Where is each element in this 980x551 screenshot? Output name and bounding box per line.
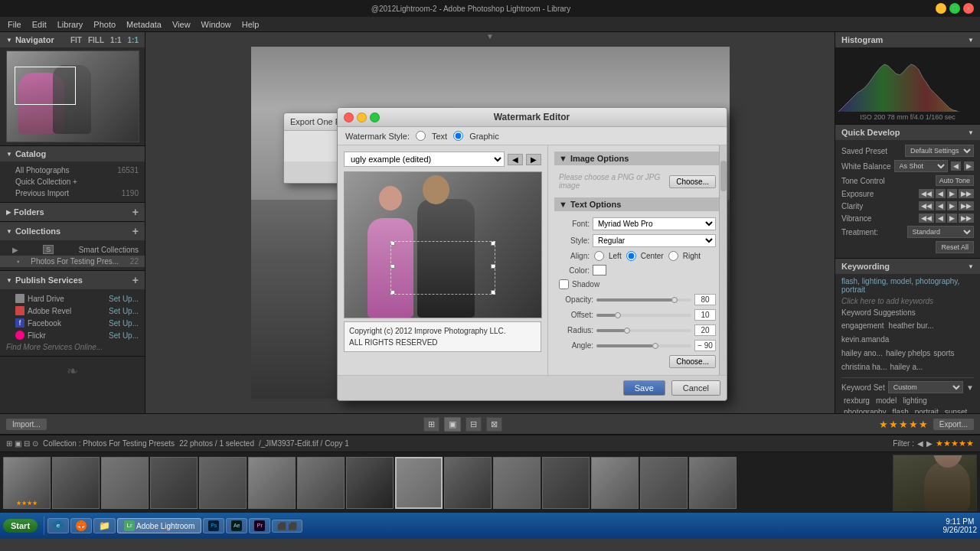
wm-close-button[interactable] xyxy=(344,112,354,122)
folders-add-button[interactable]: + xyxy=(132,206,139,218)
thumb-13[interactable] xyxy=(591,457,639,509)
vibrance-inc1[interactable]: ▶ xyxy=(947,214,957,223)
taskbar-lightroom[interactable]: Lr Adobe Lightroom xyxy=(117,518,201,533)
watermark-editor[interactable]: Watermark Editor Watermark Style: Text G… xyxy=(337,107,727,401)
image-options-header[interactable]: ▼ Image Options xyxy=(554,152,720,165)
menu-view[interactable]: View xyxy=(168,18,195,31)
thumb-11[interactable] xyxy=(493,457,541,509)
keywording-collapse-icon[interactable]: ▼ xyxy=(968,263,974,270)
taskbar-explorer[interactable]: 📁 xyxy=(93,518,116,533)
adobe-revel-setup[interactable]: Set Up... xyxy=(109,307,139,315)
filter-prev[interactable]: ◀ xyxy=(917,439,923,448)
thumb-3[interactable] xyxy=(101,457,149,509)
facebook-item[interactable]: f Facebook Set Up... xyxy=(0,317,145,329)
find-more-services[interactable]: Find More Services Online... xyxy=(0,341,145,353)
quick-develop-header[interactable]: Quick Develop ▼ xyxy=(835,125,980,140)
wm-preset-dropdown[interactable]: ugly example (edited) xyxy=(344,152,505,167)
taskbar-more[interactable]: ⬛⬛ xyxy=(272,520,302,533)
start-button[interactable]: Start xyxy=(3,519,38,533)
export-button-main[interactable]: Export... xyxy=(933,419,974,430)
navigator-header[interactable]: ▼ Navigator FIT FILL 1:1 1:1 xyxy=(0,32,145,47)
nav-fill[interactable]: FILL xyxy=(88,36,104,44)
thumb-5[interactable] xyxy=(199,457,247,509)
nav-zoom[interactable]: 1:1 xyxy=(128,36,139,44)
keyword-set-expand[interactable]: ▼ xyxy=(966,383,974,392)
style-text-radio[interactable] xyxy=(416,131,426,141)
histogram-collapse-icon[interactable]: ▼ xyxy=(968,37,974,44)
taskbar-pr[interactable]: Pr xyxy=(249,518,270,533)
clarity-dec1[interactable]: ◀ xyxy=(936,201,946,210)
taskbar-ie[interactable]: e xyxy=(47,518,69,533)
menu-edit[interactable]: Edit xyxy=(28,18,51,31)
kw-portrait[interactable]: portrait xyxy=(913,407,941,413)
all-photographs-item[interactable]: All Photographs 16531 xyxy=(0,165,145,176)
kw-flash[interactable]: flash xyxy=(890,407,911,413)
color-swatch[interactable] xyxy=(593,265,606,276)
wm-save-button[interactable]: Save xyxy=(623,380,665,396)
suggestion-christina[interactable]: christina ha... xyxy=(841,360,887,374)
map-icon[interactable]: ⊙ xyxy=(32,439,38,448)
wm-cancel-button[interactable]: Cancel xyxy=(671,380,720,396)
treatment-dropdown[interactable]: Standard xyxy=(907,226,975,238)
menu-help[interactable]: Help xyxy=(237,18,264,31)
reset-all-button[interactable]: Reset All xyxy=(936,241,974,253)
text-choose-button[interactable]: Choose... xyxy=(669,355,716,368)
thumb-9-selected[interactable] xyxy=(395,457,443,509)
style-dropdown[interactable]: Regular xyxy=(593,234,716,247)
vibrance-dec1[interactable]: ◀ xyxy=(936,214,946,223)
clarity-dec2[interactable]: ◀◀ xyxy=(919,201,934,210)
clarity-inc2[interactable]: ▶▶ xyxy=(959,201,974,210)
kw-model[interactable]: model xyxy=(874,396,899,406)
smart-collections-item[interactable]: ▶ S Smart Collections xyxy=(0,243,145,256)
vibrance-inc2[interactable]: ▶▶ xyxy=(959,214,974,223)
catalog-header[interactable]: ▼ Catalog xyxy=(0,146,145,161)
shadow-checkbox[interactable] xyxy=(559,279,569,289)
exposure-inc1[interactable]: ▶ xyxy=(947,189,957,198)
thumb-1[interactable]: ★★★★ xyxy=(3,457,51,509)
filter-next[interactable]: ▶ xyxy=(926,439,933,448)
menu-photo[interactable]: Photo xyxy=(89,18,120,31)
histogram-header[interactable]: Histogram ▼ xyxy=(835,32,980,47)
wm-minimize-button[interactable] xyxy=(357,112,367,122)
flickr-item[interactable]: Flickr Set Up... xyxy=(0,329,145,341)
close-button[interactable]: × xyxy=(963,3,974,14)
hardrive-setup[interactable]: Set Up... xyxy=(109,295,139,303)
white-balance-next[interactable]: ▶ xyxy=(964,161,974,171)
folders-header[interactable]: ▶ Folders + xyxy=(0,203,145,221)
suggestion-hailey2[interactable]: hailey a... xyxy=(890,360,923,374)
angle-slider[interactable] xyxy=(596,344,691,347)
wm-maximize-button[interactable] xyxy=(370,112,380,122)
suggestion-heather[interactable]: heather bur... xyxy=(889,319,934,333)
text-options-header[interactable]: ▼ Text Options xyxy=(554,197,720,211)
radius-slider[interactable] xyxy=(596,329,691,332)
thumb-2[interactable] xyxy=(52,457,100,509)
suggestion-kevin[interactable]: kevin.amanda xyxy=(841,333,889,347)
photos-for-testing-item[interactable]: ▪ Photos For Testing Pres... 22 xyxy=(0,256,145,267)
exposure-dec1[interactable]: ◀ xyxy=(936,189,946,198)
collections-add-button[interactable]: + xyxy=(132,225,139,237)
style-graphic-radio[interactable] xyxy=(453,131,463,141)
menu-file[interactable]: File xyxy=(3,18,26,31)
thumb-8[interactable] xyxy=(346,457,394,509)
minimize-button[interactable]: − xyxy=(936,3,946,14)
maximize-button[interactable]: □ xyxy=(949,3,960,14)
kw-photography[interactable]: photography xyxy=(841,407,889,413)
white-balance-prev[interactable]: ◀ xyxy=(951,161,961,171)
font-dropdown[interactable]: Myriad Web Pro xyxy=(593,217,716,230)
exposure-inc2[interactable]: ▶▶ xyxy=(959,189,974,198)
grid-view-icon[interactable]: ⊞ xyxy=(6,439,12,448)
click-to-add-hint[interactable]: Click here to add keywords xyxy=(841,297,974,305)
nav-1to1[interactable]: 1:1 xyxy=(110,36,121,44)
view-grid-btn[interactable]: ⊞ xyxy=(423,417,439,432)
taskbar-firefox[interactable]: 🦊 xyxy=(70,518,92,533)
publish-services-add-button[interactable]: + xyxy=(132,274,139,286)
thumb-15[interactable] xyxy=(689,457,737,509)
collections-header[interactable]: ▼ Collections + xyxy=(0,222,145,240)
thumb-7[interactable] xyxy=(297,457,345,509)
align-left-radio[interactable] xyxy=(594,251,604,261)
view-survey-btn[interactable]: ⊠ xyxy=(486,417,502,432)
wm-next-button[interactable]: ▶ xyxy=(526,154,541,165)
wm-scrollbar[interactable] xyxy=(719,145,727,375)
saved-preset-dropdown[interactable]: Default Settings xyxy=(905,145,974,157)
thumb-6[interactable] xyxy=(248,457,296,509)
